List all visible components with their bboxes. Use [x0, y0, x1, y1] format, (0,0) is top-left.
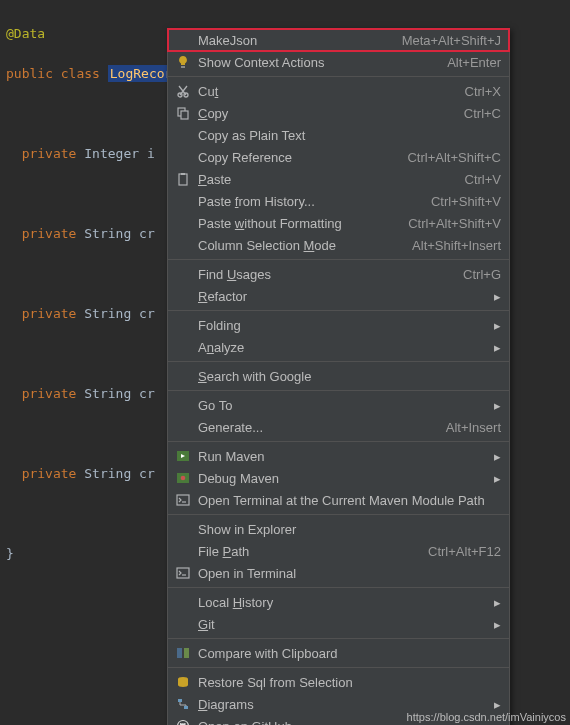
menu-item-compare-with-clipboard[interactable]: Compare with Clipboard — [168, 642, 509, 664]
menu-item-search-with-google[interactable]: Search with Google — [168, 365, 509, 387]
menu-item-makejson[interactable]: MakeJsonMeta+Alt+Shift+J — [168, 29, 509, 51]
menu-item-run-maven[interactable]: Run Maven▸ — [168, 445, 509, 467]
menu-item-show-context-actions[interactable]: Show Context ActionsAlt+Enter — [168, 51, 509, 73]
menu-item-label: Refactor — [198, 289, 487, 304]
menu-item-column-selection-mode[interactable]: Column Selection ModeAlt+Shift+Insert — [168, 234, 509, 256]
menu-item-copy-as-plain-text[interactable]: Copy as Plain Text — [168, 124, 509, 146]
menu-item-refactor[interactable]: Refactor▸ — [168, 285, 509, 307]
menu-item-debug-maven[interactable]: Debug Maven▸ — [168, 467, 509, 489]
terminal-icon — [174, 565, 192, 581]
menu-item-label: Open in Terminal — [198, 566, 501, 581]
blank-icon — [174, 266, 192, 282]
menu-item-copy-reference[interactable]: Copy ReferenceCtrl+Alt+Shift+C — [168, 146, 509, 168]
field-partial: cr — [139, 466, 155, 481]
menu-item-label: Paste — [198, 172, 457, 187]
menu-item-open-in-terminal[interactable]: Open in Terminal — [168, 562, 509, 584]
keyword-private: private — [22, 466, 77, 481]
blank-icon — [174, 193, 192, 209]
keyword-private: private — [22, 306, 77, 321]
menu-item-label: Copy Reference — [198, 150, 399, 165]
menu-item-label: Local History — [198, 595, 487, 610]
blank-icon — [174, 368, 192, 384]
menu-item-label: Copy — [198, 106, 456, 121]
menu-item-file-path[interactable]: File PathCtrl+Alt+F12 — [168, 540, 509, 562]
diff-icon — [174, 645, 192, 661]
svg-rect-12 — [177, 568, 189, 578]
submenu-arrow-icon: ▸ — [493, 449, 501, 464]
menu-item-shortcut: Alt+Enter — [447, 55, 501, 70]
submenu-arrow-icon: ▸ — [493, 398, 501, 413]
menu-item-git[interactable]: Git▸ — [168, 613, 509, 635]
svg-rect-17 — [178, 699, 182, 702]
menu-item-find-usages[interactable]: Find UsagesCtrl+G — [168, 263, 509, 285]
menu-separator — [168, 667, 509, 668]
svg-rect-4 — [181, 111, 188, 119]
blank-icon — [174, 594, 192, 610]
menu-item-shortcut: Ctrl+Alt+F12 — [428, 544, 501, 559]
paste-icon — [174, 171, 192, 187]
blank-icon — [174, 317, 192, 333]
menu-separator — [168, 259, 509, 260]
blank-icon — [174, 127, 192, 143]
menu-separator — [168, 310, 509, 311]
menu-item-copy[interactable]: CopyCtrl+C — [168, 102, 509, 124]
maven-run-icon — [174, 448, 192, 464]
svg-rect-18 — [184, 706, 188, 709]
field-partial: cr — [139, 386, 155, 401]
menu-item-paste[interactable]: PasteCtrl+V — [168, 168, 509, 190]
menu-separator — [168, 587, 509, 588]
menu-separator — [168, 638, 509, 639]
menu-item-restore-sql-from-selection[interactable]: Restore Sql from Selection — [168, 671, 509, 693]
type-string: String — [84, 466, 131, 481]
menu-item-paste-from-history[interactable]: Paste from History...Ctrl+Shift+V — [168, 190, 509, 212]
type-string: String — [84, 226, 131, 241]
maven-debug-icon — [174, 470, 192, 486]
menu-item-shortcut: Ctrl+Alt+Shift+V — [408, 216, 501, 231]
blank-icon — [174, 616, 192, 632]
terminal-icon — [174, 492, 192, 508]
blank-icon — [174, 543, 192, 559]
annotation: @Data — [6, 26, 45, 41]
menu-item-label: Diagrams — [198, 697, 487, 712]
menu-item-label: Show Context Actions — [198, 55, 439, 70]
menu-item-paste-without-formatting[interactable]: Paste without FormattingCtrl+Alt+Shift+V — [168, 212, 509, 234]
blank-icon — [174, 237, 192, 253]
menu-item-label: Run Maven — [198, 449, 487, 464]
menu-item-go-to[interactable]: Go To▸ — [168, 394, 509, 416]
menu-item-generate[interactable]: Generate...Alt+Insert — [168, 416, 509, 438]
menu-item-folding[interactable]: Folding▸ — [168, 314, 509, 336]
keyword-private: private — [22, 226, 77, 241]
menu-item-label: Show in Explorer — [198, 522, 501, 537]
keyword-public: public — [6, 66, 53, 81]
menu-item-label: Find Usages — [198, 267, 455, 282]
menu-item-label: Paste from History... — [198, 194, 423, 209]
submenu-arrow-icon: ▸ — [493, 340, 501, 355]
menu-item-label: MakeJson — [198, 33, 394, 48]
menu-item-label: Restore Sql from Selection — [198, 675, 501, 690]
keyword-class: class — [61, 66, 100, 81]
submenu-arrow-icon: ▸ — [493, 595, 501, 610]
submenu-arrow-icon: ▸ — [493, 289, 501, 304]
menu-item-local-history[interactable]: Local History▸ — [168, 591, 509, 613]
menu-item-shortcut: Meta+Alt+Shift+J — [402, 33, 501, 48]
github-icon — [174, 718, 192, 725]
menu-item-show-in-explorer[interactable]: Show in Explorer — [168, 518, 509, 540]
menu-item-analyze[interactable]: Analyze▸ — [168, 336, 509, 358]
menu-item-shortcut: Alt+Insert — [446, 420, 501, 435]
menu-item-label: Cut — [198, 84, 457, 99]
menu-item-shortcut: Ctrl+G — [463, 267, 501, 282]
type-string: String — [84, 386, 131, 401]
menu-item-cut[interactable]: CutCtrl+X — [168, 80, 509, 102]
menu-separator — [168, 361, 509, 362]
menu-separator — [168, 390, 509, 391]
type-string: String — [84, 306, 131, 321]
svg-rect-5 — [179, 174, 187, 185]
submenu-arrow-icon: ▸ — [493, 617, 501, 632]
menu-item-label: Column Selection Mode — [198, 238, 404, 253]
blank-icon — [174, 149, 192, 165]
copy-icon — [174, 105, 192, 121]
watermark: https://blog.csdn.net/imVainiycos — [407, 711, 566, 723]
brace-close: } — [6, 546, 14, 561]
bulb-icon — [174, 54, 192, 70]
menu-item-open-terminal-at-the-current-maven-module-path[interactable]: Open Terminal at the Current Maven Modul… — [168, 489, 509, 511]
